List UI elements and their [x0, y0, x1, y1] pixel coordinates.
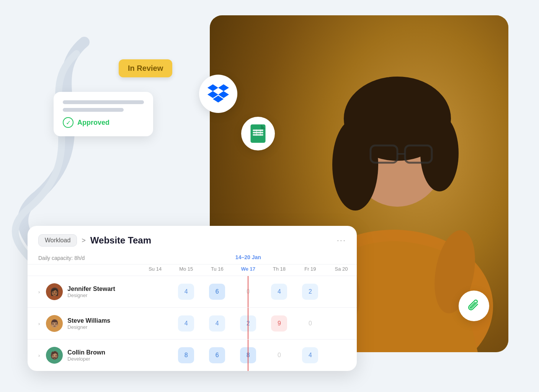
person-name: Steve Williams: [67, 317, 110, 324]
day-cell: 0: [233, 276, 264, 308]
paperclip-icon: [467, 299, 481, 313]
expand-arrow[interactable]: ›: [38, 321, 40, 327]
day-cell: 4: [171, 276, 202, 308]
in-review-badge: In Review: [119, 59, 172, 77]
day-cell: [140, 340, 171, 371]
approved-label: Approved: [77, 119, 109, 127]
person-cell-0: › 👩🏾 Jennifer Stewart Designer: [28, 276, 140, 308]
day-headers: Su 14Mo 15Tu 16We 17Th 18Fr 19Sa 20: [28, 265, 357, 276]
svg-rect-11: [253, 130, 263, 131]
person-role: Designer: [67, 292, 115, 298]
breadcrumb-team: Website Team: [90, 235, 151, 246]
hour-value: [147, 346, 163, 363]
table-row: › 👩🏾 Jennifer Stewart Designer 46042: [28, 276, 357, 308]
day-cell: 4: [295, 340, 326, 371]
check-icon: ✓: [63, 117, 74, 128]
day-cell: 2: [233, 308, 264, 340]
day-cell: 8: [233, 340, 264, 371]
day-cell: 6: [202, 340, 233, 371]
hour-value: [333, 315, 349, 331]
workload-card: Workload > Website Team ··· Daily capaci…: [28, 226, 357, 371]
person-role: Developer: [67, 356, 105, 362]
hour-value: 8: [240, 347, 256, 363]
expand-arrow[interactable]: ›: [38, 289, 40, 295]
dropbox-icon: [207, 83, 229, 105]
day-header-th18: Th 18: [264, 265, 295, 276]
card-header: Workload > Website Team ···: [28, 226, 357, 247]
day-cell: 0: [264, 340, 295, 371]
hour-value: 0: [302, 315, 318, 332]
sheets-icon: [249, 124, 267, 143]
approved-card: ✓ Approved: [54, 92, 153, 136]
day-header-tu16: Tu 16: [202, 265, 233, 276]
svg-point-4: [420, 115, 459, 191]
dropbox-bubble: [199, 75, 237, 113]
day-cell: 9: [264, 308, 295, 340]
day-cell: 6: [202, 276, 233, 308]
day-cell: [326, 276, 357, 308]
approved-status: ✓ Approved: [63, 117, 144, 128]
hour-value: [147, 283, 163, 299]
hour-value: 6: [209, 284, 225, 300]
card-line-2: [63, 108, 124, 112]
svg-point-3: [332, 119, 378, 211]
card-line-1: [63, 100, 144, 104]
day-cell: 4: [202, 308, 233, 340]
hour-value: 4: [209, 315, 225, 332]
day-cell: [326, 308, 357, 340]
paperclip-bubble[interactable]: [459, 291, 489, 321]
day-cell: [140, 276, 171, 308]
person-cell-1: › 👨🏽 Steve Williams Designer: [28, 308, 140, 340]
table-row: › 🧔🏽 Collin Brown Developer 86804: [28, 340, 357, 371]
hour-value: [147, 315, 163, 331]
day-cell: 0: [295, 308, 326, 340]
people-table-body: › 👩🏾 Jennifer Stewart Designer 46042 › 👨…: [28, 276, 357, 371]
scene: In Review ✓ Approved: [0, 0, 539, 392]
person-name: Collin Brown: [67, 349, 105, 356]
expand-arrow[interactable]: ›: [38, 353, 40, 358]
hour-value: 0: [271, 347, 287, 363]
day-cell: 2: [295, 276, 326, 308]
date-range-header: 14–20 Jan: [140, 252, 357, 265]
day-header-fr19: Fr 19: [295, 265, 326, 276]
day-cell: 8: [171, 340, 202, 371]
hour-value: [333, 283, 349, 299]
hour-value: 6: [209, 347, 225, 363]
more-options-button[interactable]: ···: [337, 235, 346, 245]
day-header-we17: We 17: [233, 265, 264, 276]
hour-value: 4: [178, 284, 194, 300]
empty-col-header: [28, 265, 140, 276]
breadcrumb-arrow: >: [82, 237, 86, 245]
day-cell: 4: [264, 276, 295, 308]
breadcrumb: Workload > Website Team: [38, 234, 151, 247]
hour-value: 0: [240, 284, 256, 300]
day-cell: [326, 340, 357, 371]
hour-value: 2: [240, 315, 256, 332]
person-name: Jennifer Stewart: [67, 286, 115, 292]
hour-value: 4: [271, 284, 287, 300]
person-cell-2: › 🧔🏽 Collin Brown Developer: [28, 340, 140, 371]
day-cell: 4: [171, 308, 202, 340]
day-cell: [140, 308, 171, 340]
hour-value: 4: [178, 315, 194, 332]
hour-value: 2: [302, 284, 318, 300]
svg-rect-12: [253, 132, 263, 134]
table-row: › 👨🏽 Steve Williams Designer 44290: [28, 308, 357, 340]
hour-value: [333, 346, 349, 363]
avatar: 👩🏾: [46, 283, 63, 300]
hour-value: 8: [178, 347, 194, 363]
avatar: 🧔🏽: [46, 347, 63, 364]
avatar: 👨🏽: [46, 315, 63, 332]
svg-rect-13: [253, 134, 263, 136]
day-header-su14: Su 14: [140, 265, 171, 276]
hour-value: 4: [302, 347, 318, 363]
capacity-label: Daily capacity: 8h/d: [28, 252, 140, 265]
breadcrumb-workload[interactable]: Workload: [38, 234, 77, 247]
day-header-mo15: Mo 15: [171, 265, 202, 276]
person-role: Designer: [67, 324, 110, 330]
sheets-bubble: [241, 117, 275, 150]
day-header-sa20: Sa 20: [326, 265, 357, 276]
workload-table: Daily capacity: 8h/d 14–20 Jan Su 14Mo 1…: [28, 252, 357, 371]
hour-value: 9: [271, 315, 287, 332]
